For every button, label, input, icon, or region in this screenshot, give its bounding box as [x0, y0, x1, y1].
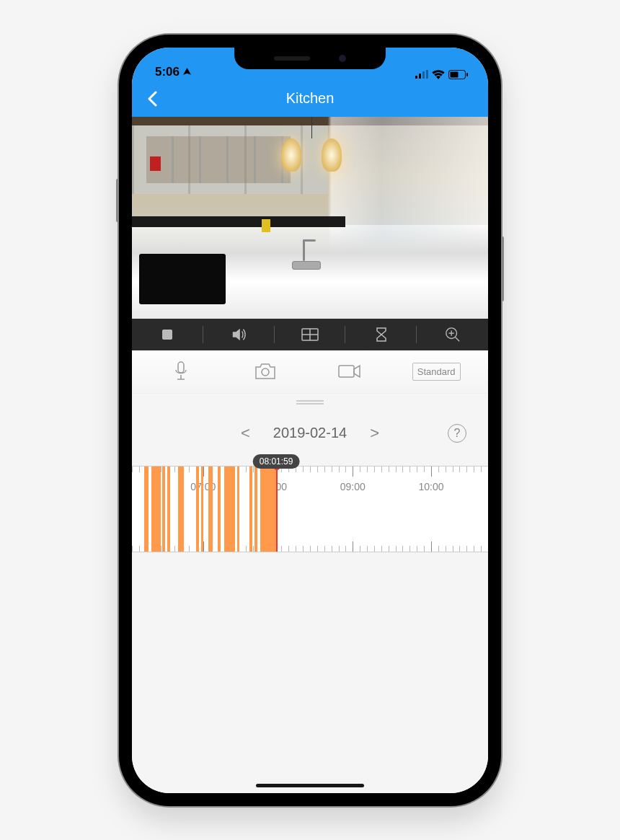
timeline-event[interactable] — [260, 467, 276, 552]
drag-handle[interactable] — [132, 394, 488, 408]
svg-line-11 — [455, 337, 459, 341]
home-indicator[interactable] — [256, 784, 364, 787]
prev-date-button[interactable]: < — [238, 424, 253, 443]
playhead[interactable] — [276, 467, 278, 552]
next-date-button[interactable]: > — [367, 424, 382, 443]
phone-frame: 5:06 Kitchen — [119, 35, 501, 806]
hourglass-icon — [376, 327, 387, 342]
snapshot-button[interactable] — [244, 363, 287, 380]
svg-rect-3 — [426, 70, 428, 79]
svg-rect-2 — [422, 71, 425, 79]
sound-button[interactable] — [203, 319, 275, 350]
timeline-event[interactable] — [151, 467, 160, 552]
microphone-icon — [174, 361, 188, 381]
timeline-event[interactable] — [201, 467, 203, 552]
timeline-scrubber[interactable]: 07:0008:0009:0010:00 — [132, 466, 488, 552]
timeline-label: 09:00 — [340, 481, 366, 492]
svg-rect-6 — [466, 73, 468, 76]
timeline-event[interactable] — [249, 467, 252, 552]
zoom-in-icon — [445, 327, 461, 342]
timeline-event[interactable] — [162, 467, 165, 552]
wifi-icon — [432, 70, 445, 79]
grid-button[interactable] — [275, 319, 346, 350]
timeline-event[interactable] — [208, 467, 213, 552]
timeline-event[interactable] — [167, 467, 170, 552]
nav-bar: Kitchen — [132, 81, 488, 117]
svg-rect-0 — [415, 76, 417, 79]
speaker-icon — [231, 327, 247, 342]
status-time: 5:06 — [155, 65, 180, 79]
handle-icon — [296, 400, 324, 402]
timeline-event[interactable] — [218, 467, 221, 552]
timer-button[interactable] — [345, 319, 417, 350]
quality-button[interactable]: Standard — [412, 363, 461, 381]
mic-button[interactable] — [159, 361, 203, 381]
selected-date[interactable]: 2019-02-14 — [273, 425, 347, 441]
svg-rect-1 — [419, 74, 421, 79]
current-time-badge: 08:01:59 — [253, 454, 300, 469]
video-icon — [338, 363, 361, 379]
timeline-event[interactable] — [254, 467, 257, 552]
cellular-icon — [415, 70, 428, 79]
stop-button[interactable] — [132, 319, 203, 350]
svg-rect-14 — [178, 362, 184, 373]
record-button[interactable] — [328, 363, 371, 379]
battery-icon — [448, 70, 468, 79]
date-selector: < 2019-02-14 > ? — [132, 408, 488, 459]
stop-icon — [162, 330, 172, 340]
timeline-section: 08:01:59 07:0008:0009:0010:00 — [132, 459, 488, 552]
empty-area — [132, 552, 488, 793]
timeline-event[interactable] — [144, 467, 149, 552]
svg-point-17 — [262, 368, 269, 376]
help-button[interactable]: ? — [448, 424, 466, 443]
action-toolbar: Standard — [132, 350, 488, 394]
grid-icon — [301, 328, 319, 341]
timeline-label: 10:00 — [418, 481, 443, 492]
camera-icon — [254, 363, 276, 380]
chevron-left-icon — [147, 91, 157, 107]
timeline-event[interactable] — [224, 467, 235, 552]
timeline-event[interactable] — [237, 467, 239, 552]
screen: 5:06 Kitchen — [132, 48, 488, 793]
timeline-event[interactable] — [178, 467, 183, 552]
video-toolbar — [132, 319, 488, 350]
zoom-button[interactable] — [417, 319, 488, 350]
page-title: Kitchen — [286, 90, 335, 107]
camera-live-view[interactable] — [132, 117, 488, 319]
timeline-event[interactable] — [196, 467, 199, 552]
svg-rect-18 — [339, 366, 354, 377]
svg-rect-5 — [451, 71, 459, 77]
back-button[interactable] — [143, 90, 161, 107]
notch — [234, 48, 386, 69]
location-icon — [182, 67, 192, 76]
